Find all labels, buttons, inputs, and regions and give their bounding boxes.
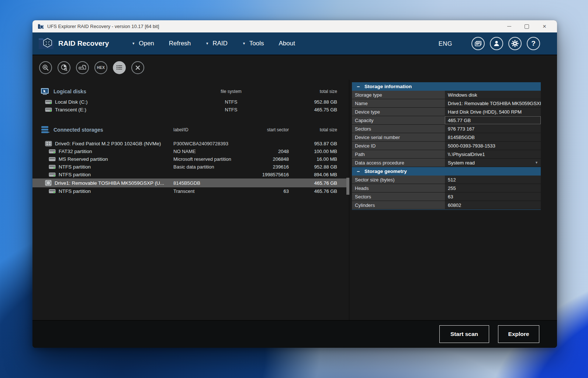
partition-icon (49, 172, 56, 177)
storage-label: Basic data partition (173, 164, 261, 170)
menu-tools[interactable]: ▼ Tools (242, 40, 264, 47)
menu-refresh[interactable]: Refresh (169, 40, 191, 47)
hex-viewer-button[interactable]: HEX (94, 61, 107, 74)
properties-panel: − Storage information Storage type Windo… (349, 80, 557, 320)
storage-row-drive0[interactable]: Drive0: Fixed Patriot M.2 P300 1024GB (N… (32, 139, 349, 148)
disk-filesystem: NTFS (173, 99, 289, 105)
storage-name: Drive0: Fixed Patriot M.2 P300 1024GB (N… (55, 141, 161, 146)
prop-value: 5000-0393-7938-1533 (445, 142, 541, 150)
disk-filesystem: NTFS (173, 107, 289, 112)
storage-size: 16.00 MB (289, 156, 337, 162)
storage-row-ntfs2[interactable]: NTFS partition 1998575616 894.06 MB (32, 171, 349, 178)
collapse-icon[interactable]: − (352, 84, 364, 90)
prop-label: Storage type (352, 91, 445, 99)
storage-row-drive1-selected[interactable]: Drive1: Removable TOSHIBA MK5059GSXP (U.… (32, 178, 349, 187)
storage-row-ntfs3[interactable]: NTFS partition Transcent 63 465.76 GB (32, 187, 349, 195)
nvme-drive-icon (45, 141, 52, 146)
storage-size: 465.76 GB (289, 180, 337, 186)
prop-label: Capacity (352, 116, 445, 124)
window-controls: × (500, 20, 553, 32)
storage-label: 8145B5GDB (173, 180, 261, 186)
maximize-button[interactable] (518, 20, 536, 32)
close-view-button[interactable] (131, 61, 144, 74)
scrollbar-thumb[interactable] (346, 178, 349, 195)
prop-value: Windows disk (445, 91, 541, 99)
menu-refresh-label: Refresh (169, 40, 191, 47)
prop-value: 63 (445, 193, 541, 201)
collapse-icon[interactable]: − (352, 169, 364, 174)
app-icon (38, 24, 44, 29)
prop-value: 465.77 GB (445, 116, 541, 124)
storage-label: Microsoft reserved partition (173, 156, 261, 162)
minimize-button[interactable] (500, 20, 518, 32)
disk-icon (45, 107, 52, 112)
menu-open-label: Open (139, 40, 154, 47)
storage-information-title: Storage information (364, 84, 412, 89)
menu-open[interactable]: ▼ Open (132, 40, 154, 47)
storage-label: Transcent (173, 188, 261, 194)
prop-label: Device type (352, 108, 445, 116)
toolbar: HEX (32, 55, 557, 80)
prop-row: Sectors 976 773 167 (352, 125, 541, 133)
disk-icon (45, 100, 52, 104)
user-icon (493, 40, 500, 47)
titlebar: UFS Explorer RAID Recovery - version 10.… (32, 20, 557, 32)
settings-button[interactable] (508, 37, 522, 50)
storage-row-fat32[interactable]: FAT32 partition NO NAME 2048 100.00 MB (32, 148, 349, 155)
help-icon: ? (531, 39, 536, 48)
prop-label: Device serial number (352, 133, 445, 141)
prop-label: Sectors (352, 125, 445, 133)
scan-search-icon (42, 64, 49, 71)
license-button[interactable] (471, 37, 485, 50)
help-button[interactable]: ? (527, 37, 540, 50)
menubar-right: ENG (439, 37, 540, 50)
prop-label: Device ID (352, 142, 445, 150)
column-start-sector: start sector (261, 127, 289, 132)
prop-value: 976 773 167 (445, 125, 541, 133)
disk-analysis-button[interactable] (58, 61, 70, 74)
logical-disk-row-c[interactable]: Local Disk (C:) NTFS 952.88 GB (32, 98, 349, 106)
properties-list-button[interactable] (113, 61, 126, 74)
maximize-icon (525, 24, 529, 29)
column-label-id: label/ID (173, 127, 261, 132)
prop-label: Sector size (bytes) (352, 176, 445, 184)
storage-information-header: − Storage information (352, 82, 541, 91)
raid-builder-button[interactable] (76, 61, 89, 74)
close-button[interactable]: × (536, 20, 553, 32)
language-selector[interactable]: ENG (439, 40, 452, 47)
storage-row-msreserved[interactable]: MS Reserved partition Microsoft reserved… (32, 155, 349, 163)
prop-label: Cylinders (352, 201, 445, 209)
dropdown-arrow-icon: ▼ (535, 161, 538, 164)
dropdown-arrow-icon: ▼ (205, 42, 209, 45)
prop-label: Path (352, 150, 445, 158)
prop-row: Device serial number 8145B5GDB (352, 133, 541, 142)
window-title: UFS Explorer RAID Recovery - version 10.… (47, 24, 159, 29)
storage-tree-pane: Logical disks file system total size Loc… (32, 80, 349, 320)
prop-value: 255 (445, 184, 541, 192)
storage-size: 465.76 GB (289, 188, 337, 194)
prop-value: Hard Disk Drive (HDD), 5400 RPM (445, 108, 541, 116)
storage-size: 100.00 MB (289, 149, 337, 154)
close-icon: × (543, 23, 546, 30)
user-account-button[interactable] (490, 37, 503, 50)
license-icon (475, 41, 482, 46)
logical-disk-row-e[interactable]: Transcent (E:) NTFS 465.75 GB (32, 106, 349, 114)
menu-about[interactable]: About (279, 40, 295, 47)
connected-storages-title: Connected storages (53, 127, 103, 133)
menu-raid[interactable]: ▼ RAID (205, 40, 228, 47)
storage-start-sector: 1998575616 (261, 172, 289, 177)
minimize-icon (507, 26, 511, 27)
disk-name: Local Disk (C:) (55, 99, 88, 105)
explore-button[interactable]: Explore (498, 325, 539, 343)
prop-value: 512 (445, 176, 541, 184)
scan-search-button[interactable] (39, 61, 52, 74)
prop-label: Data access procedure (352, 159, 445, 167)
prop-row: Storage type Windows disk (352, 91, 541, 99)
prop-label: Heads (352, 184, 445, 192)
start-scan-button[interactable]: Start scan (439, 325, 489, 343)
disk-size: 952.88 GB (289, 99, 337, 105)
action-bar: Start scan Explore (32, 320, 557, 348)
storage-row-ntfs1[interactable]: NTFS partition Basic data partition 2396… (32, 163, 349, 171)
dropdown-arrow-icon: ▼ (242, 42, 246, 45)
data-access-dropdown[interactable]: System read ▼ (445, 159, 541, 167)
